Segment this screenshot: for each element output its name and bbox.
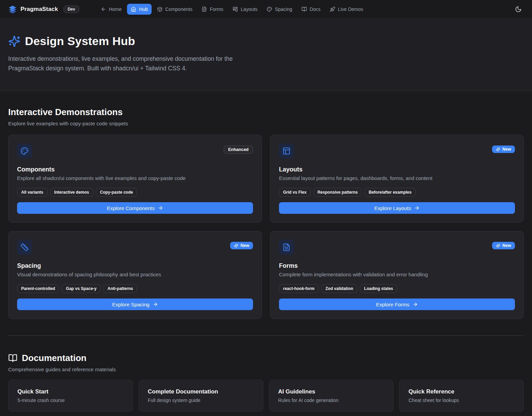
card-description: Explore all shadcn/ui components with li… bbox=[17, 175, 253, 181]
card-title: Forms bbox=[279, 262, 515, 269]
tag-row: react-hook-form Zod validation Loading s… bbox=[279, 284, 515, 293]
card-description: Visual demonstrations of spacing philoso… bbox=[17, 272, 253, 277]
nav-label: Home bbox=[109, 6, 122, 12]
nav-item-live-demos[interactable]: Live Demos bbox=[326, 4, 367, 15]
demo-cards-grid: Enhanced Components Explore all shadcn/u… bbox=[8, 135, 524, 319]
badge-label: New bbox=[240, 243, 249, 248]
card-description: Complete form implementations with valid… bbox=[279, 272, 515, 277]
doc-card-subtitle: Cheat sheet for lookups bbox=[408, 398, 515, 403]
brand: PragmaStack Dev bbox=[8, 5, 79, 14]
sparkles-icon bbox=[496, 244, 500, 248]
nav-label: Forms bbox=[210, 6, 223, 12]
new-badge: New bbox=[492, 242, 515, 249]
card-icon-tile bbox=[17, 143, 32, 158]
home-icon bbox=[131, 6, 136, 12]
file-text-icon bbox=[282, 243, 291, 251]
button-label: Explore Components bbox=[107, 205, 155, 211]
docs-cards-grid: Quick Start 5-minute crash course Comple… bbox=[8, 380, 524, 412]
nav-item-spacing[interactable]: Spacing bbox=[263, 4, 296, 15]
tag: Copy-paste code bbox=[96, 188, 137, 197]
nav-item-home[interactable]: Home bbox=[97, 4, 125, 15]
doc-card-subtitle: 5-minute crash course bbox=[17, 398, 124, 403]
nav-item-hub[interactable]: Hub bbox=[127, 4, 152, 15]
nav-item-forms[interactable]: Forms bbox=[198, 4, 227, 15]
env-badge: Dev bbox=[64, 5, 79, 13]
demo-card-forms: New Forms Complete form implementations … bbox=[270, 231, 524, 319]
tag: Parent-controlled bbox=[17, 284, 59, 293]
arrow-right-icon bbox=[153, 302, 158, 307]
card-icon-tile bbox=[279, 143, 294, 158]
sparkles-icon bbox=[234, 244, 238, 248]
layout-dashboard-icon bbox=[233, 6, 238, 12]
demos-section-subtitle: Explore live examples with copy-paste co… bbox=[8, 121, 524, 126]
panels-top-left-icon bbox=[282, 147, 291, 155]
nav-label: Spacing bbox=[275, 6, 292, 12]
tag: react-hook-form bbox=[279, 284, 319, 293]
card-icon-tile bbox=[279, 240, 294, 255]
explore-layouts-button[interactable]: Explore Layouts bbox=[279, 202, 515, 214]
section-divider bbox=[8, 335, 524, 336]
book-open-icon bbox=[8, 353, 17, 363]
arrow-right-icon bbox=[412, 302, 418, 307]
tag-row: All variants Interactive demos Copy-past… bbox=[17, 188, 253, 197]
explore-spacing-button[interactable]: Explore Spacing bbox=[17, 299, 253, 310]
doc-card-complete-documentation[interactable]: Complete Documentation Full design syste… bbox=[139, 380, 263, 412]
doc-card-title: Quick Start bbox=[17, 388, 124, 395]
tag: Grid vs Flex bbox=[279, 188, 311, 197]
rocket-icon bbox=[330, 6, 335, 12]
badge-label: New bbox=[502, 147, 511, 152]
tag: Loading states bbox=[360, 284, 397, 293]
file-text-icon bbox=[201, 6, 207, 12]
arrow-left-icon bbox=[101, 6, 106, 12]
hero-section: Design System Hub Interactive demonstrat… bbox=[0, 19, 532, 91]
tag-row: Grid vs Flex Responsive patterns Before/… bbox=[279, 188, 515, 197]
nav-label: Live Demos bbox=[338, 6, 363, 12]
sparkles-icon bbox=[496, 147, 500, 152]
book-open-icon bbox=[302, 6, 307, 12]
tag: Before/after examples bbox=[365, 188, 416, 197]
card-description: Essential layout patterns for pages, das… bbox=[279, 175, 515, 181]
button-label: Explore Layouts bbox=[374, 205, 411, 211]
card-icon-tile bbox=[17, 240, 32, 255]
moon-icon bbox=[515, 6, 522, 13]
button-label: Explore Forms bbox=[376, 302, 409, 307]
doc-card-quick-start[interactable]: Quick Start 5-minute crash course bbox=[8, 380, 133, 412]
demo-card-components: Enhanced Components Explore all shadcn/u… bbox=[8, 135, 262, 223]
explore-components-button[interactable]: Explore Components bbox=[17, 202, 253, 214]
nav-label: Components bbox=[165, 6, 192, 12]
explore-forms-button[interactable]: Explore Forms bbox=[279, 299, 515, 310]
nav-item-layouts[interactable]: Layouts bbox=[229, 4, 261, 15]
demos-section-title: Interactive Demonstrations bbox=[8, 107, 524, 117]
tag: Interactive demos bbox=[50, 188, 93, 197]
demo-card-layouts: New Layouts Essential layout patterns fo… bbox=[270, 135, 524, 223]
sparkles-icon bbox=[8, 35, 20, 47]
nav-label: Layouts bbox=[241, 6, 257, 12]
nav-label: Docs bbox=[310, 6, 321, 12]
docs-section-title: Documentation bbox=[22, 353, 86, 363]
doc-card-subtitle: Rules for AI code generation bbox=[278, 398, 384, 403]
tag: All variants bbox=[17, 188, 47, 197]
tag: Gap vs Space-y bbox=[62, 284, 100, 293]
nav-item-docs[interactable]: Docs bbox=[298, 4, 324, 15]
new-badge: New bbox=[230, 242, 253, 249]
palette-icon bbox=[267, 6, 272, 12]
enhanced-badge: Enhanced bbox=[224, 145, 253, 154]
nav-item-components[interactable]: Components bbox=[153, 4, 196, 15]
new-badge: New bbox=[492, 145, 515, 153]
main-content: Interactive Demonstrations Explore live … bbox=[0, 107, 532, 412]
doc-card-title: Quick Reference bbox=[408, 388, 515, 395]
tag: Zod validation bbox=[321, 284, 357, 293]
card-title: Components bbox=[17, 166, 253, 173]
page-title: Design System Hub bbox=[25, 34, 135, 48]
doc-card-ai-guidelines[interactable]: AI Guidelines Rules for AI code generati… bbox=[269, 380, 394, 412]
card-title: Spacing bbox=[17, 262, 253, 269]
theme-toggle-button[interactable] bbox=[513, 4, 524, 15]
tag: Responsive patterns bbox=[313, 188, 362, 197]
ruler-icon bbox=[20, 243, 29, 251]
page-description: Interactive demonstrations, live example… bbox=[8, 54, 255, 73]
badge-label: New bbox=[502, 243, 511, 248]
nav-label: Hub bbox=[139, 6, 148, 12]
tag-row: Parent-controlled Gap vs Space-y Anti-pa… bbox=[17, 284, 253, 293]
doc-card-quick-reference[interactable]: Quick Reference Cheat sheet for lookups bbox=[399, 380, 524, 412]
button-label: Explore Spacing bbox=[112, 302, 149, 307]
